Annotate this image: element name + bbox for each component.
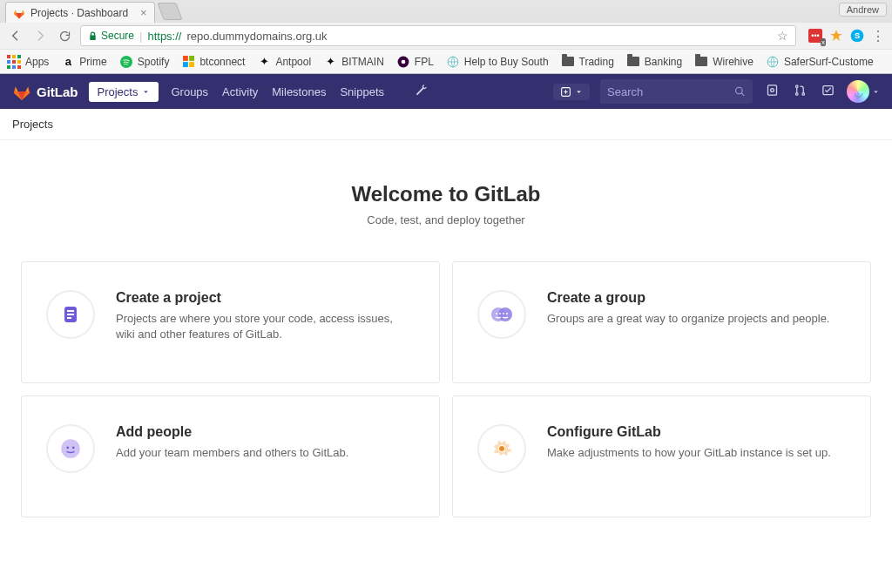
bookmark-label: Help to Buy South (464, 56, 549, 68)
new-dropdown[interactable] (553, 84, 590, 100)
globe-icon (766, 55, 780, 69)
svg-text:S: S (855, 31, 860, 40)
nav-snippets[interactable]: Snippets (338, 85, 386, 98)
svg-point-25 (496, 313, 497, 314)
browser-tab[interactable]: Projects · Dashboard × (5, 2, 155, 23)
spotify-icon (119, 55, 133, 69)
search-box[interactable] (600, 79, 753, 104)
new-tab-button[interactable] (157, 3, 182, 20)
bookmark-label: BITMAIN (341, 56, 384, 68)
bookmark-btconnect[interactable]: btconnect (181, 55, 245, 69)
forward-button[interactable] (31, 27, 49, 44)
project-icon (46, 290, 95, 339)
menu-icon[interactable]: ⋮ (871, 29, 885, 43)
lock-icon (88, 31, 98, 41)
bookmarks-bar: Apps a Prime Spotify btconnect ✦ Antpool… (0, 49, 892, 73)
bookmark-prime[interactable]: a Prime (61, 55, 106, 69)
card-create-group[interactable]: Create a group Groups are a great way to… (452, 261, 871, 383)
address-bar[interactable]: Secure | https://repo.dummydomains.org.u… (80, 25, 796, 46)
plus-icon (560, 86, 571, 98)
svg-rect-22 (67, 317, 71, 319)
folder-icon (694, 55, 708, 69)
bookmark-antpool[interactable]: ✦ Antpool (257, 55, 311, 69)
extension-icon[interactable] (829, 29, 843, 43)
brand[interactable]: GitLab (12, 82, 78, 101)
nav-groups[interactable]: Groups (169, 85, 210, 98)
bookmark-apps[interactable]: Apps (7, 55, 49, 69)
gitlab-favicon-icon (13, 7, 25, 19)
page-title: Welcome to GitLab (0, 182, 892, 206)
card-title: Configure GitLab (547, 424, 831, 440)
svg-rect-3 (183, 56, 188, 61)
url-scheme: https:// (147, 30, 181, 43)
avatar-icon: ◡ (847, 80, 869, 103)
svg-point-30 (66, 447, 69, 449)
card-desc: Add your team members and others to GitL… (116, 445, 348, 461)
apps-icon (7, 55, 21, 69)
breadcrumb: Projects (0, 109, 892, 140)
close-icon[interactable]: × (140, 6, 147, 19)
skype-icon[interactable]: S (850, 29, 864, 43)
svg-rect-20 (67, 310, 74, 312)
svg-point-15 (795, 85, 798, 88)
folder-icon (561, 55, 575, 69)
user-menu[interactable]: ◡ (847, 80, 880, 103)
svg-point-31 (72, 447, 75, 449)
card-desc: Make adjustments to how your GitLab inst… (547, 445, 831, 461)
issues-icon[interactable] (763, 84, 780, 99)
extension-icon[interactable]: •••x (808, 29, 822, 43)
card-title: Add people (116, 424, 348, 440)
card-configure[interactable]: Configure GitLab Make adjustments to how… (452, 395, 871, 517)
gitlab-navbar: GitLab Projects Groups Activity Mileston… (0, 74, 892, 109)
bookmark-star-icon[interactable]: ☆ (777, 29, 788, 43)
gitlab-logo-icon (12, 82, 31, 101)
projects-label: Projects (98, 85, 139, 98)
bookmark-label: Prime (79, 56, 106, 68)
svg-rect-21 (67, 314, 74, 315)
bookmark-label: Spotify (138, 56, 170, 68)
svg-point-12 (736, 87, 743, 94)
profile-chip[interactable]: Andrew (839, 3, 887, 17)
todos-icon[interactable] (819, 84, 836, 99)
bookmark-wirehive[interactable]: Wirehive (694, 55, 753, 69)
ant-icon: ✦ (323, 55, 337, 69)
card-add-people[interactable]: Add people Add your team members and oth… (21, 395, 440, 517)
nav-milestones[interactable]: Milestones (270, 85, 328, 98)
svg-point-17 (802, 93, 805, 96)
bookmark-safersurf[interactable]: SaferSurf-Custome (766, 55, 874, 69)
secure-badge: Secure (88, 30, 134, 42)
card-create-project[interactable]: Create a project Projects are where you … (21, 261, 440, 383)
bookmark-label: btconnect (199, 56, 245, 68)
people-icon (46, 424, 95, 473)
bookmark-label: Antpool (275, 56, 311, 68)
content-scroll[interactable]: Projects Welcome to GitLab Code, test, a… (0, 109, 892, 588)
secure-label: Secure (101, 30, 134, 42)
card-title: Create a project (116, 290, 415, 306)
reload-button[interactable] (56, 27, 73, 44)
bookmark-banking[interactable]: Banking (626, 55, 682, 69)
bookmark-spotify[interactable]: Spotify (119, 55, 170, 69)
bookmark-trading[interactable]: Trading (561, 55, 614, 69)
url-host: repo.dummydomains.org.uk (186, 30, 327, 43)
nav-activity[interactable]: Activity (220, 85, 260, 98)
back-button[interactable] (7, 27, 24, 44)
projects-dropdown[interactable]: Projects (89, 82, 159, 102)
search-input[interactable] (607, 85, 734, 98)
merge-requests-icon[interactable] (791, 84, 808, 99)
folder-icon (626, 55, 640, 69)
card-title: Create a group (547, 290, 829, 306)
browser-toolbar: Secure | https://repo.dummydomains.org.u… (0, 23, 892, 49)
ant-icon: ✦ (257, 55, 271, 69)
admin-wrench-icon[interactable] (412, 84, 429, 99)
breadcrumb-text: Projects (12, 118, 53, 131)
svg-rect-6 (189, 62, 194, 67)
bookmark-fpl[interactable]: FPL (396, 55, 434, 69)
brand-text: GitLab (37, 84, 78, 99)
extension-icons: •••x S ⋮ (808, 29, 885, 43)
gear-icon (477, 424, 526, 473)
svg-rect-5 (183, 62, 188, 67)
bookmark-label: FPL (415, 56, 434, 68)
bookmark-helptobuy[interactable]: Help to Buy South (446, 55, 549, 69)
svg-point-29 (61, 439, 80, 458)
bookmark-bitmain[interactable]: ✦ BITMAIN (323, 55, 384, 69)
